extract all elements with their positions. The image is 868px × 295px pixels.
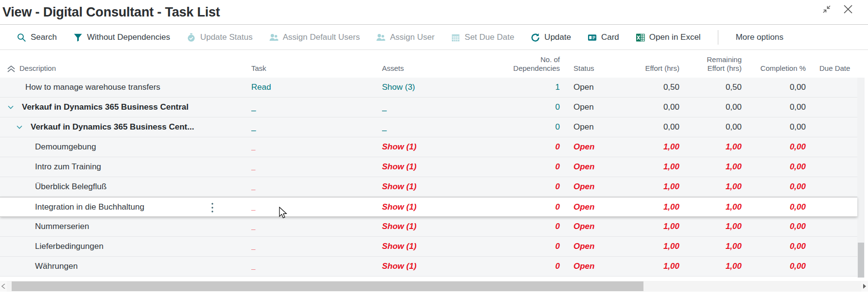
cell-effort: 1,00 bbox=[621, 242, 681, 251]
cell-deps[interactable]: 0 bbox=[494, 122, 562, 132]
cell-deps[interactable]: 0 bbox=[494, 242, 562, 251]
toolbar-item-label: Search bbox=[31, 33, 57, 42]
table-row[interactable]: Währungen_Show (1)0Open1,001,000,00 bbox=[0, 257, 857, 277]
cell-assets[interactable]: _ bbox=[382, 122, 494, 132]
table-row[interactable]: Nummerserien_Show (1)0Open1,001,000,00 bbox=[0, 217, 857, 237]
column-header-task[interactable]: Task bbox=[251, 64, 382, 78]
chevron-down-icon[interactable] bbox=[16, 123, 23, 131]
toolbar-update[interactable]: Update bbox=[522, 25, 579, 49]
cell-status: Open bbox=[562, 102, 621, 112]
cell-task[interactable]: _ bbox=[251, 242, 382, 251]
cell-description: Lieferbedingungen bbox=[0, 237, 251, 256]
cell-completion: 0,00 bbox=[744, 242, 808, 251]
cell-assets[interactable]: Show (1) bbox=[382, 182, 494, 192]
table-row[interactable]: Demoumgebung_Show (1)0Open1,001,000,00 bbox=[0, 137, 857, 157]
column-header-description[interactable]: Description bbox=[0, 64, 251, 78]
close-window-button[interactable] bbox=[842, 4, 854, 16]
cell-assets[interactable]: Show (1) bbox=[382, 242, 494, 251]
cell-deps[interactable]: 0 bbox=[494, 142, 562, 152]
cell-deps[interactable]: 0 bbox=[494, 202, 562, 212]
column-header-effort[interactable]: Effort (hrs) bbox=[621, 64, 681, 78]
cell-task[interactable]: _ bbox=[251, 202, 382, 212]
toolbar-item-label: Update bbox=[544, 33, 571, 42]
more-options-button[interactable]: More options bbox=[725, 33, 794, 42]
cell-effort: 1,00 bbox=[621, 162, 681, 172]
column-header-due[interactable]: Due Date bbox=[808, 64, 857, 78]
toolbar-set-due-date[interactable]: Set Due Date bbox=[443, 25, 522, 49]
toolbar-item-label: Without Dependencies bbox=[87, 33, 170, 42]
cell-assets[interactable]: Show (1) bbox=[382, 222, 494, 231]
cell-assets[interactable]: Show (3) bbox=[382, 82, 494, 92]
cell-deps[interactable]: 0 bbox=[494, 102, 562, 112]
table-row[interactable]: Lieferbedingungen_Show (1)0Open1,001,000… bbox=[0, 237, 857, 257]
chevron-down-icon[interactable] bbox=[7, 103, 15, 111]
cell-remaining: 1,00 bbox=[681, 242, 744, 251]
table-row[interactable]: How to manage warehouse transfersReadSho… bbox=[0, 78, 857, 98]
cell-assets[interactable]: Show (1) bbox=[382, 142, 494, 152]
scroll-left-arrow-icon[interactable] bbox=[0, 281, 7, 292]
cell-deps[interactable]: 0 bbox=[494, 262, 562, 271]
column-header-remaining[interactable]: Remaining Effort (hrs) bbox=[681, 55, 744, 78]
cell-assets[interactable]: _ bbox=[382, 102, 494, 112]
vertical-scrollbar[interactable] bbox=[857, 78, 865, 278]
column-header-status[interactable]: Status bbox=[562, 64, 621, 78]
horizontal-scrollbar[interactable] bbox=[0, 281, 868, 292]
restore-window-button[interactable] bbox=[820, 4, 833, 16]
cell-effort: 1,00 bbox=[621, 142, 681, 152]
toolbar-assign-user[interactable]: Assign User bbox=[368, 25, 443, 49]
cell-status: Open bbox=[562, 142, 621, 152]
table-row[interactable]: Intro zum Training_Show (1)0Open1,001,00… bbox=[0, 157, 857, 177]
table-row[interactable]: Verkauf in Dynamics 365 Business Central… bbox=[0, 98, 857, 117]
horizontal-scrollbar-track[interactable] bbox=[7, 281, 861, 292]
column-header-assets[interactable]: Assets bbox=[382, 64, 494, 78]
cell-deps[interactable]: 0 bbox=[494, 182, 562, 192]
horizontal-scrollbar-thumb[interactable] bbox=[12, 281, 643, 291]
toolbar-item-label: Assign Default Users bbox=[283, 33, 360, 42]
cell-remaining: 1,00 bbox=[681, 202, 744, 212]
toolbar-open-in-excel[interactable]: Open in Excel bbox=[627, 25, 709, 49]
cell-assets[interactable]: Show (1) bbox=[382, 262, 494, 271]
cell-task[interactable]: _ bbox=[251, 122, 382, 132]
cell-completion: 0,00 bbox=[744, 222, 808, 231]
cell-task[interactable]: _ bbox=[251, 142, 382, 152]
cell-remaining: 1,00 bbox=[681, 182, 744, 192]
toolbar-update-status[interactable]: Update Status bbox=[178, 25, 261, 49]
cell-effort: 1,00 bbox=[621, 262, 681, 271]
cell-assets[interactable]: Show (1) bbox=[382, 202, 494, 212]
cell-completion: 0,00 bbox=[744, 82, 808, 92]
toolbar-card[interactable]: Card bbox=[579, 25, 627, 49]
toolbar-divider bbox=[718, 30, 718, 45]
toolbar-without-dependencies[interactable]: Without Dependencies bbox=[65, 25, 178, 49]
window-controls bbox=[820, 4, 854, 16]
cell-status: Open bbox=[562, 262, 621, 271]
ellipsis-vertical-icon[interactable] bbox=[210, 202, 214, 213]
column-header-deps[interactable]: No. of Dependencies bbox=[494, 55, 562, 78]
cell-completion: 0,00 bbox=[744, 182, 808, 192]
cell-task[interactable]: _ bbox=[251, 162, 382, 172]
cell-effort: 0,00 bbox=[621, 102, 681, 112]
cell-assets[interactable]: Show (1) bbox=[382, 162, 494, 172]
toolbar-search[interactable]: Search bbox=[9, 25, 65, 49]
cell-deps[interactable]: 1 bbox=[494, 82, 562, 92]
cell-remaining: 0,00 bbox=[681, 122, 744, 132]
cell-effort: 0,00 bbox=[621, 122, 681, 132]
cell-deps[interactable]: 0 bbox=[494, 222, 562, 231]
scroll-right-arrow-icon[interactable] bbox=[861, 281, 868, 292]
cell-task[interactable]: _ bbox=[251, 262, 382, 271]
cell-task[interactable]: _ bbox=[251, 182, 382, 192]
toolbar-assign-default-users[interactable]: Assign Default Users bbox=[261, 25, 368, 49]
cell-task[interactable]: _ bbox=[251, 102, 382, 112]
table-row[interactable]: Verkauf in Dynamics 365 Business Cent...… bbox=[0, 117, 857, 137]
action-toolbar: SearchWithout DependenciesUpdate StatusA… bbox=[0, 25, 868, 50]
task-description: Intro zum Training bbox=[0, 162, 101, 172]
cell-task[interactable]: Read bbox=[251, 82, 382, 92]
table-row[interactable]: Überblick Belegfluß_Show (1)0Open1,001,0… bbox=[0, 177, 857, 197]
cell-remaining: 1,00 bbox=[681, 262, 744, 271]
cell-description: Verkauf in Dynamics 365 Business Central bbox=[0, 98, 251, 117]
cell-deps[interactable]: 0 bbox=[494, 162, 562, 172]
users-icon bbox=[269, 33, 278, 42]
table-row[interactable]: Integration in die Buchhaltung_Show (1)0… bbox=[0, 197, 857, 217]
vertical-scrollbar-thumb[interactable] bbox=[858, 243, 864, 278]
cell-task[interactable]: _ bbox=[251, 222, 382, 231]
column-header-completion[interactable]: Completion % bbox=[744, 64, 808, 78]
